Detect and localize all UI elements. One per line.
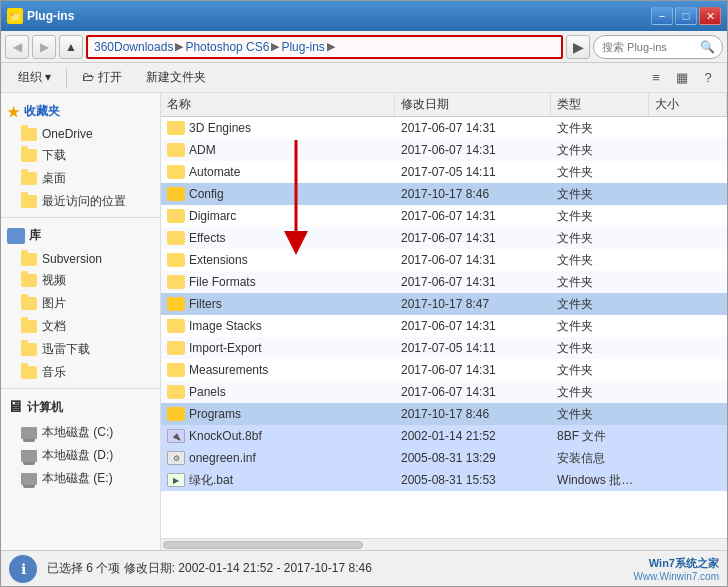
toolbar-right: ≡ ▦ ?: [645, 67, 719, 89]
file-icon-inf: ⚙: [167, 451, 185, 465]
folder-icon: [167, 209, 185, 223]
sidebar-divider-1: [1, 217, 160, 218]
sidebar-item-pictures[interactable]: 图片: [1, 292, 160, 315]
sidebar-label-drive-e: 本地磁盘 (E:): [42, 470, 113, 487]
new-folder-button[interactable]: 新建文件夹: [137, 66, 215, 90]
table-row[interactable]: Image Stacks 2017-06-07 14:31 文件夹: [161, 315, 727, 337]
table-row[interactable]: Filters 2017-10-17 8:47 文件夹: [161, 293, 727, 315]
sidebar-item-music[interactable]: 音乐: [1, 361, 160, 384]
view-details-button[interactable]: ▦: [671, 67, 693, 89]
file-name-automate: Automate: [161, 165, 395, 179]
table-row[interactable]: Effects 2017-06-07 14:31 文件夹: [161, 227, 727, 249]
file-type-extensions: 文件夹: [551, 252, 649, 269]
star-icon: ★: [7, 104, 20, 120]
file-type-fileformats: 文件夹: [551, 274, 649, 291]
file-icon-bat: ▶: [167, 473, 185, 487]
sidebar-drive-c[interactable]: 本地磁盘 (C:): [1, 421, 160, 444]
back-button[interactable]: ◀: [5, 35, 29, 59]
sidebar-item-desktop[interactable]: 桌面: [1, 167, 160, 190]
view-toggle-button[interactable]: ≡: [645, 67, 667, 89]
folder-icon-video: [21, 274, 37, 287]
file-name-fileformats: File Formats: [161, 275, 395, 289]
sidebar-label-thunder: 迅雷下载: [42, 341, 90, 358]
sidebar-computer-header[interactable]: 🖥 计算机: [1, 393, 160, 421]
table-row[interactable]: ADM 2017-06-07 14:31 文件夹: [161, 139, 727, 161]
breadcrumb-360downloads[interactable]: 360Downloads: [92, 40, 175, 54]
window-controls: − □ ✕: [651, 7, 721, 25]
up-button[interactable]: ▲: [59, 35, 83, 59]
sidebar-item-docs[interactable]: 文档: [1, 315, 160, 338]
library-icon: [7, 228, 25, 244]
file-name-measurements: Measurements: [161, 363, 395, 377]
col-header-size[interactable]: 大小: [649, 93, 727, 116]
sidebar-item-download[interactable]: 下载: [1, 144, 160, 167]
sidebar-item-video[interactable]: 视频: [1, 269, 160, 292]
folder-icon-desktop: [21, 172, 37, 185]
sidebar-item-thunder[interactable]: 迅雷下载: [1, 338, 160, 361]
file-type-onegreen: 安装信息: [551, 450, 649, 467]
open-button[interactable]: 🗁 打开: [73, 66, 130, 90]
table-row[interactable]: 3D Engines 2017-06-07 14:31 文件夹: [161, 117, 727, 139]
table-row[interactable]: File Formats 2017-06-07 14:31 文件夹: [161, 271, 727, 293]
scrollbar-thumb[interactable]: [163, 541, 363, 549]
col-header-date[interactable]: 修改日期: [395, 93, 551, 116]
table-row[interactable]: Programs 2017-10-17 8:46 文件夹: [161, 403, 727, 425]
sidebar-favorites-header[interactable]: ★ 收藏夹: [1, 99, 160, 124]
forward-button[interactable]: ▶: [32, 35, 56, 59]
file-name-digimarc: Digimarc: [161, 209, 395, 223]
go-button[interactable]: ▶: [566, 35, 590, 59]
table-row[interactable]: Automate 2017-07-05 14:11 文件夹: [161, 161, 727, 183]
address-bar-area: ◀ ▶ ▲ 360Downloads ▶ Photoshop CS6 ▶ Plu…: [1, 31, 727, 63]
sidebar-library-header[interactable]: 库: [1, 222, 160, 249]
sidebar-item-recent[interactable]: 最近访问的位置: [1, 190, 160, 213]
col-header-name[interactable]: 名称: [161, 93, 395, 116]
drive-icon-c: [21, 427, 37, 439]
col-header-type[interactable]: 类型: [551, 93, 649, 116]
file-type-filters: 文件夹: [551, 296, 649, 313]
sidebar-drive-e[interactable]: 本地磁盘 (E:): [1, 467, 160, 490]
file-name-filters: Filters: [161, 297, 395, 311]
toolbar-separator-1: [66, 68, 67, 88]
folder-icon-music: [21, 366, 37, 379]
table-row[interactable]: Digimarc 2017-06-07 14:31 文件夹: [161, 205, 727, 227]
help-button[interactable]: ?: [697, 67, 719, 89]
organize-button[interactable]: 组织 ▾: [9, 66, 60, 90]
file-type-imagestacks: 文件夹: [551, 318, 649, 335]
folder-icon: [167, 165, 185, 179]
status-text: 已选择 6 个项 修改日期: 2002-01-14 21:52 - 2017-1…: [47, 560, 372, 577]
table-row[interactable]: Measurements 2017-06-07 14:31 文件夹: [161, 359, 727, 381]
breadcrumb-photoshop[interactable]: Photoshop CS6: [183, 40, 271, 54]
file-date-config: 2017-10-17 8:46: [395, 187, 551, 201]
table-row[interactable]: Import-Export 2017-07-05 14:11 文件夹: [161, 337, 727, 359]
file-name-importexport: Import-Export: [161, 341, 395, 355]
table-row[interactable]: Panels 2017-06-07 14:31 文件夹: [161, 381, 727, 403]
sidebar-item-subversion[interactable]: Subversion: [1, 249, 160, 269]
address-box[interactable]: 360Downloads ▶ Photoshop CS6 ▶ Plug-ins …: [86, 35, 563, 59]
sidebar-item-onedrive[interactable]: OneDrive: [1, 124, 160, 144]
close-button[interactable]: ✕: [699, 7, 721, 25]
column-headers: 名称 修改日期 类型 大小: [161, 93, 727, 117]
table-row[interactable]: ⚙ onegreen.inf 2005-08-31 13:29 安装信息: [161, 447, 727, 469]
table-row[interactable]: 🔌 KnockOut.8bf 2002-01-14 21:52 8BF 文件: [161, 425, 727, 447]
file-name-programs: Programs: [161, 407, 395, 421]
sidebar: ★ 收藏夹 OneDrive 下载 桌面 最近访问的位置: [1, 93, 161, 550]
minimize-button[interactable]: −: [651, 7, 673, 25]
folder-icon-pictures: [21, 297, 37, 310]
status-icon: ℹ: [9, 555, 37, 583]
table-row[interactable]: ▶ 绿化.bat 2005-08-31 15:53 Windows 批处理...: [161, 469, 727, 491]
search-area: 🔍: [593, 35, 723, 59]
file-date-3dengines: 2017-06-07 14:31: [395, 121, 551, 135]
file-name-imagestacks: Image Stacks: [161, 319, 395, 333]
maximize-button[interactable]: □: [675, 7, 697, 25]
sidebar-label-docs: 文档: [42, 318, 66, 335]
table-row[interactable]: Config 2017-10-17 8:46 文件夹: [161, 183, 727, 205]
file-date-filters: 2017-10-17 8:47: [395, 297, 551, 311]
file-list-area: 名称 修改日期 类型 大小: [161, 93, 727, 550]
horizontal-scrollbar[interactable]: [161, 538, 727, 550]
folder-icon: [167, 341, 185, 355]
table-row[interactable]: Extensions 2017-06-07 14:31 文件夹: [161, 249, 727, 271]
sidebar-label-drive-d: 本地磁盘 (D:): [42, 447, 113, 464]
file-date-onegreen: 2005-08-31 13:29: [395, 451, 551, 465]
sidebar-drive-d[interactable]: 本地磁盘 (D:): [1, 444, 160, 467]
breadcrumb-plugins[interactable]: Plug-ins: [279, 40, 326, 54]
